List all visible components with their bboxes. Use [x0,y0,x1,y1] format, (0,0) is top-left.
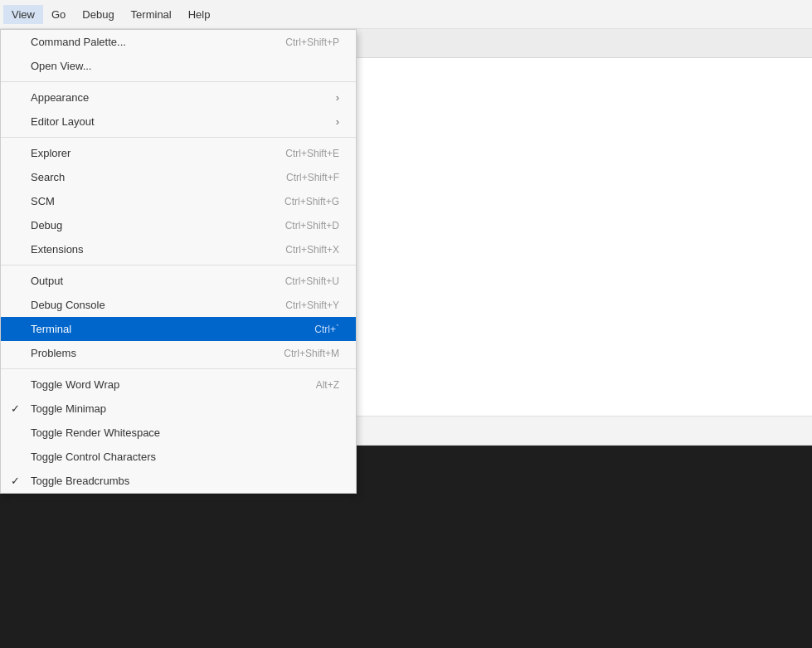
view-dropdown: Command Palette... Ctrl+Shift+P Open Vie… [0,29,357,494]
menu-bar: View Go Debug Terminal Help Command Pale… [0,0,812,29]
menu-explorer[interactable]: Explorer Ctrl+Shift+E [1,141,356,165]
arrow-icon: › [336,115,339,128]
menu-terminal-item[interactable]: Terminal Ctrl+` [1,317,356,341]
menu-terminal[interactable]: Terminal [123,5,180,24]
checkmark-breadcrumbs: ✓ [11,475,20,487]
menu-debug[interactable]: Debug [74,5,122,24]
separator-4 [1,368,356,369]
separator-3 [1,265,356,266]
menu-output[interactable]: Output Ctrl+Shift+U [1,269,356,293]
menu-toggle-render-whitespace[interactable]: Toggle Render Whitespace [1,421,356,445]
menu-appearance[interactable]: Appearance › [1,85,356,110]
checkmark-minimap: ✓ [11,402,20,415]
menu-toggle-word-wrap[interactable]: Toggle Word Wrap Alt+Z [1,373,356,397]
menu-open-view[interactable]: Open View... [1,54,356,78]
menu-command-palette[interactable]: Command Palette... Ctrl+Shift+P [1,30,356,54]
menu-go[interactable]: Go [43,5,74,24]
menu-toggle-breadcrumbs[interactable]: ✓ Toggle Breadcrumbs [1,469,356,493]
menu-debug-view[interactable]: Debug Ctrl+Shift+D [1,213,356,237]
menu-extensions[interactable]: Extensions Ctrl+Shift+X [1,237,356,261]
menu-scm[interactable]: SCM Ctrl+Shift+G [1,189,356,213]
menu-view[interactable]: View [3,5,43,24]
menu-problems[interactable]: Problems Ctrl+Shift+M [1,341,356,365]
menu-editor-layout[interactable]: Editor Layout › [1,110,356,134]
separator-2 [1,137,356,138]
menu-search[interactable]: Search Ctrl+Shift+F [1,165,356,189]
arrow-icon: › [336,91,339,104]
menu-help[interactable]: Help [180,5,219,24]
menu-toggle-control-chars[interactable]: Toggle Control Characters [1,445,356,469]
separator-1 [1,81,356,82]
menu-toggle-minimap[interactable]: ✓ Toggle Minimap [1,397,356,421]
menu-debug-console[interactable]: Debug Console Ctrl+Shift+Y [1,293,356,317]
